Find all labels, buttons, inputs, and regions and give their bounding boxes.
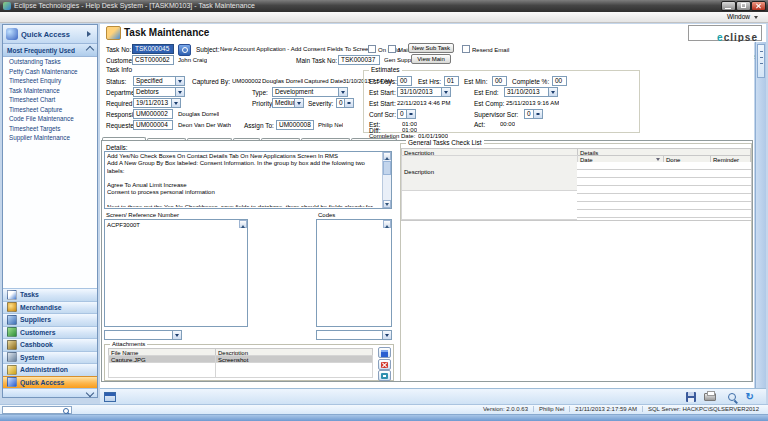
window-icon[interactable] [104, 392, 116, 402]
customer-field[interactable]: CST000062 [132, 55, 174, 65]
sidebar-search-input[interactable] [2, 406, 72, 414]
nav-merchandise[interactable]: Merchandise [3, 301, 97, 314]
nav-administration[interactable]: Administration [3, 363, 97, 376]
sidebar-item-timesheet-chart[interactable]: Timesheet Chart [3, 95, 97, 105]
window-menu[interactable]: Window [727, 12, 758, 22]
resend-email-checkbox[interactable]: Resend Email [462, 45, 509, 55]
nav-tasks[interactable]: Tasks [3, 288, 97, 301]
est-start-datepicker[interactable]: 31/10/2013 [397, 87, 451, 97]
checkbox-icon[interactable] [368, 45, 376, 53]
dropdown-icon[interactable] [171, 99, 180, 107]
spinner-icon[interactable] [344, 99, 353, 107]
spinner-icon[interactable] [533, 110, 542, 118]
codes-combo[interactable] [316, 330, 392, 340]
collapsed-panel-tab[interactable] [757, 44, 765, 78]
nav-cashbook[interactable]: Cashbook [3, 338, 97, 351]
sidebar-item-timesheet-enquiry[interactable]: Timesheet Enquiry [3, 76, 97, 86]
screen-ref-combo[interactable] [104, 330, 182, 340]
nav-system[interactable]: System [3, 351, 97, 364]
refresh-icon[interactable]: ↻ [746, 390, 754, 403]
requested-by-name: Deon Van Der Wath [178, 121, 231, 130]
department-select[interactable]: Debtors [133, 87, 185, 97]
assign-to-field[interactable]: UM000008 [276, 120, 314, 130]
sidebar-item-timesheet-targets[interactable]: Timesheet Targets [3, 124, 97, 134]
sidebar-item-outstanding-tasks[interactable]: Outstanding Tasks [3, 57, 97, 67]
est-end-datepicker[interactable]: 31/10/2013 [504, 87, 558, 97]
checkbox-icon[interactable] [388, 45, 396, 53]
details-textarea[interactable]: Add Yes/No Check Boxes On Contact Detail… [104, 151, 392, 209]
dropdown-icon[interactable] [382, 331, 391, 339]
nav-suppliers[interactable]: Suppliers [3, 313, 97, 326]
checklist-empty-cell[interactable] [401, 190, 578, 220]
est-min-field[interactable]: 00 [492, 76, 507, 86]
scroll-up-icon[interactable] [383, 152, 391, 160]
view-main-button[interactable]: View Main [411, 54, 451, 64]
spinner-icon[interactable] [406, 110, 415, 118]
severity-stepper[interactable]: 0 [336, 98, 354, 108]
new-sub-task-button[interactable]: New Sub Task [408, 43, 454, 53]
save-icon[interactable] [686, 392, 696, 402]
sidebar-spacer [3, 143, 97, 289]
scroll-down-icon[interactable] [383, 200, 391, 208]
nav-quick-access[interactable]: Quick Access [3, 376, 97, 389]
maximize-button[interactable] [736, 1, 751, 11]
est-hrs-field[interactable]: 01 [444, 76, 459, 86]
supervisor-scr-stepper[interactable]: 0 [524, 109, 543, 119]
est-days-field[interactable]: 00 [397, 76, 412, 86]
sidebar-item-timesheet-capture[interactable]: Timesheet Capture [3, 105, 97, 115]
codes-listbox[interactable] [316, 219, 392, 327]
bottom-toolbar: ↻ [100, 388, 766, 404]
dropdown-icon[interactable] [175, 77, 184, 85]
cashbook-icon [7, 340, 17, 350]
titlebar: Eclipse Technologies - Help Desk System … [0, 0, 768, 12]
checklist-description-cell[interactable]: Description [401, 155, 578, 191]
scroll-up-icon[interactable] [239, 220, 247, 228]
nav-customers[interactable]: Customers [3, 326, 97, 339]
checklist-empty-rows[interactable] [577, 162, 752, 220]
dropdown-icon[interactable] [338, 88, 347, 96]
main-task-no-field[interactable]: TSK000037 [338, 55, 380, 65]
required-by-datepicker[interactable]: 19/11/2013 [133, 98, 181, 108]
sidebar-item-task-maintenance[interactable]: Task Maintenance [3, 86, 97, 96]
attachment-open-button[interactable] [378, 347, 391, 358]
save-attachment-icon [381, 373, 388, 379]
dropdown-icon[interactable] [175, 88, 184, 96]
dropdown-icon[interactable] [548, 88, 557, 96]
sidebar-item-petty-cash-maintenance[interactable]: Petty Cash Maintenance [3, 67, 97, 77]
sidebar-overflow-row[interactable] [3, 388, 97, 397]
zoom-icon[interactable] [728, 393, 736, 401]
task-no-field[interactable]: TSK000045 [132, 44, 174, 54]
attachment-delete-button[interactable] [378, 359, 391, 370]
dropdown-icon[interactable] [441, 88, 450, 96]
collapse-pin-icon[interactable] [87, 31, 94, 37]
details-scrollbar[interactable] [382, 152, 391, 208]
list-item[interactable]: ACPF3000T [105, 220, 247, 230]
status-label: Status: [106, 77, 126, 86]
conf-scr-stepper[interactable]: 0 [397, 109, 416, 119]
checkbox-icon[interactable] [462, 45, 470, 53]
screen-ref-listbox[interactable]: ACPF3000T [104, 219, 248, 327]
subject-value[interactable]: New Account Application - Add Consent Fi… [220, 45, 368, 54]
complete-pct-field[interactable]: 00 [552, 76, 567, 86]
dropdown-icon[interactable] [172, 331, 181, 339]
quick-access-header[interactable]: Quick Access [3, 25, 97, 44]
search-icon [182, 47, 188, 53]
requested-by-field[interactable]: UM000004 [133, 120, 173, 130]
priority-select[interactable]: Medium [272, 98, 304, 108]
mfu-header[interactable]: Most Frequently Used [3, 44, 97, 57]
attachment-save-button[interactable] [378, 370, 391, 381]
sidebar-item-supplier-maintenance[interactable]: Supplier Maintenance [3, 133, 97, 143]
task-lookup-button[interactable] [178, 44, 191, 56]
type-select[interactable]: Development [272, 87, 348, 97]
scroll-thumb[interactable] [383, 161, 391, 175]
close-button[interactable] [751, 1, 766, 11]
sidebar-item-code-file-maintenance[interactable]: Code File Maintenance [3, 114, 97, 124]
scroll-up-icon[interactable] [383, 220, 391, 228]
print-icon[interactable] [704, 393, 716, 401]
dropdown-icon[interactable] [294, 99, 303, 107]
status-select[interactable]: Specified [133, 76, 185, 86]
mfu-collapse-icon[interactable] [86, 46, 94, 54]
collapsed-panel-strip[interactable] [755, 42, 766, 388]
minimize-button[interactable] [721, 1, 736, 11]
responsible-field[interactable]: UM000002 [133, 109, 173, 119]
